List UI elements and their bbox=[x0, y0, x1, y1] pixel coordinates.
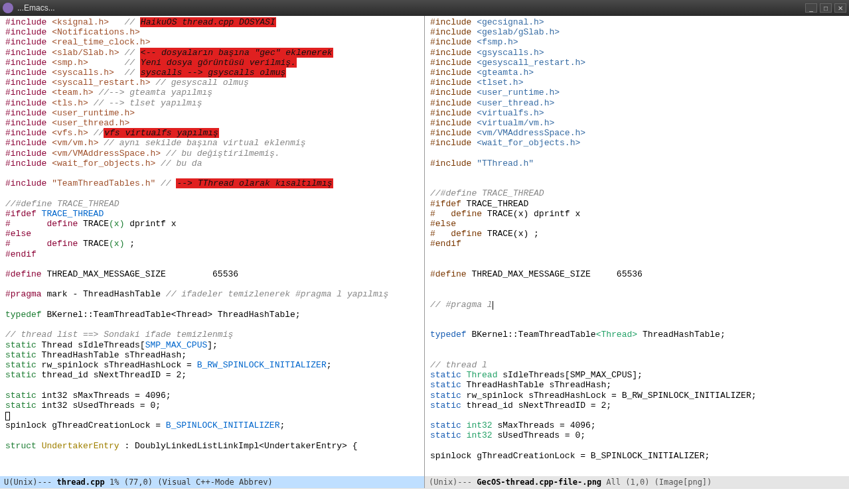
left-pane[interactable]: #include <ksignal.h> // HaikuOS thread.c… bbox=[0, 16, 425, 488]
minibuffer[interactable] bbox=[0, 488, 849, 500]
code-line: #include <wait_for_objects.h> // bu da bbox=[5, 158, 419, 168]
modeline-spacer bbox=[105, 477, 110, 487]
code-line: #include <Notifications.h> bbox=[5, 27, 419, 37]
code-line: #else bbox=[5, 229, 419, 239]
code-line: #endif bbox=[430, 239, 844, 249]
code-line: #include <vfs.h> //vfs virtualfs yapılmı… bbox=[5, 128, 419, 138]
code-line: static thread_id sNextThreadID = 2; bbox=[5, 370, 419, 380]
code-line bbox=[430, 279, 844, 289]
code-line bbox=[430, 410, 844, 420]
code-line: typedef BKernel::TeamThreadTable<Thread>… bbox=[430, 330, 844, 340]
code-line: // #pragma l bbox=[430, 300, 844, 310]
code-area-right[interactable]: #include <gecsignal.h>#include <geslab/g… bbox=[425, 16, 849, 488]
code-line: #else bbox=[430, 219, 844, 229]
code-line: #define THREAD_MAX_MESSAGE_SIZE 65536 bbox=[430, 269, 844, 279]
code-line: #include <tls.h> // --> tlset yapılmış bbox=[5, 98, 419, 108]
code-line bbox=[430, 168, 844, 178]
code-line: #include <vm/VMAddressSpace.h> // bu değ… bbox=[5, 149, 419, 158]
code-line bbox=[5, 300, 419, 310]
code-line bbox=[430, 149, 844, 158]
code-line: # define TRACE(x) ; bbox=[430, 229, 844, 239]
maximize-button[interactable]: □ bbox=[820, 3, 832, 13]
code-line: static int32 sUsedThreads = 0; bbox=[430, 430, 844, 440]
text-cursor bbox=[493, 301, 493, 310]
code-line bbox=[5, 430, 419, 440]
right-pane[interactable]: #include <gecsignal.h>#include <geslab/g… bbox=[425, 16, 849, 488]
code-line: #ifdef TRACE_THREAD bbox=[5, 209, 419, 219]
code-line: #endif bbox=[5, 249, 419, 259]
code-line: #include <gteamta.h> bbox=[430, 68, 844, 78]
window-title: ...Emacs... bbox=[17, 3, 805, 13]
modeline-prefix: (Unix)--- bbox=[429, 477, 477, 487]
code-line: #include <geslab/gSlab.h> bbox=[430, 27, 844, 37]
code-line: #include <gesyscall_restart.h> bbox=[430, 58, 844, 68]
code-line: #include <fsmp.h> bbox=[430, 37, 844, 47]
code-line: static rw_spinlock sThreadHashLock = B_R… bbox=[430, 391, 844, 401]
code-line bbox=[5, 320, 419, 330]
code-line: #include <syscalls.h> // syscalls --> gs… bbox=[5, 68, 419, 78]
code-line: #include "TThread.h" bbox=[430, 158, 844, 168]
workspace: #include <ksignal.h> // HaikuOS thread.c… bbox=[0, 16, 849, 488]
window-buttons: _ □ ✕ bbox=[805, 3, 846, 13]
code-line: static Thread sIdleThreads[SMP_MAX_CPUS]… bbox=[430, 370, 844, 380]
code-line bbox=[430, 320, 844, 330]
code-line: #include <team.h> //--> gteamta yapılmış bbox=[5, 88, 419, 97]
modeline-mode: (Image[png]) bbox=[655, 477, 712, 487]
code-line: #include <smp.h> // Yeni dosya görüntüsü… bbox=[5, 58, 419, 68]
code-line: # define TRACE(x) dprintf x bbox=[5, 219, 419, 229]
code-line: static int32 sMaxThreads = 4096; bbox=[430, 420, 844, 430]
code-line bbox=[430, 350, 844, 360]
code-line bbox=[5, 410, 419, 420]
code-line: #include <wait_for_objects.h> bbox=[430, 138, 844, 148]
code-line: static int32 sUsedThreads = 0; bbox=[5, 401, 419, 410]
code-line bbox=[430, 461, 844, 471]
code-line: // thread list ==> Sondaki ifade temizle… bbox=[5, 330, 419, 340]
modeline-buffer: thread.cpp bbox=[56, 477, 104, 487]
code-line: static thread_id sNextThreadID = 2; bbox=[430, 401, 844, 410]
modeline-pos: All bbox=[606, 477, 621, 487]
code-line: #include <tlset.h> bbox=[430, 78, 844, 88]
modeline-coords: (77,0) bbox=[124, 477, 153, 487]
modeline-mode: (Visual C++-Mode Abbrev) bbox=[157, 477, 272, 487]
code-line: #include <syscall_restart.h> // gesyscal… bbox=[5, 78, 419, 88]
code-line: #include <user_thread.h> bbox=[430, 98, 844, 108]
code-line: #pragma mark - ThreadHashTable // ifadel… bbox=[5, 289, 419, 299]
code-line: #include <virtualfs.h> bbox=[430, 108, 844, 118]
code-line bbox=[5, 168, 419, 178]
close-button[interactable]: ✕ bbox=[834, 3, 846, 13]
code-line bbox=[5, 259, 419, 269]
code-line: spinlock gThreadCreationLock = B_SPINLOC… bbox=[430, 451, 844, 461]
modeline-right[interactable]: (Unix)--- GecOS-thread.cpp-file-.png All… bbox=[425, 476, 849, 488]
code-line bbox=[430, 259, 844, 269]
code-line: static int32 sMaxThreads = 4096; bbox=[5, 391, 419, 401]
code-line: #include "TeamThreadTables.h" // --> TTh… bbox=[5, 178, 419, 188]
code-line bbox=[430, 178, 844, 188]
code-line: spinlock gThreadCreationLock = B_SPINLOC… bbox=[5, 420, 419, 430]
modeline-coords: (1,0) bbox=[625, 477, 649, 487]
code-line: #include <user_runtime.h> bbox=[5, 108, 419, 118]
code-line: struct UndertakerEntry : DoublyLinkedLis… bbox=[5, 441, 419, 451]
code-line: #include <user_thread.h> bbox=[5, 118, 419, 128]
code-line bbox=[430, 310, 844, 320]
block-cursor bbox=[5, 412, 10, 420]
code-line bbox=[430, 441, 844, 451]
minimize-button[interactable]: _ bbox=[805, 3, 817, 13]
code-line: typedef BKernel::TeamThreadTable<Thread>… bbox=[5, 310, 419, 320]
code-line: // thread l bbox=[430, 360, 844, 370]
code-line: #include <real_time_clock.h> bbox=[5, 37, 419, 47]
code-line: static Thread sIdleThreads[SMP_MAX_CPUS]… bbox=[5, 340, 419, 350]
modeline-pos: 1% bbox=[110, 477, 119, 487]
modeline-buffer: GecOS-thread.cpp-file-.png bbox=[477, 477, 601, 487]
code-line bbox=[5, 380, 419, 390]
modeline-left[interactable]: U(Unix)--- thread.cpp 1% (77,0) (Visual … bbox=[0, 476, 424, 488]
code-line: //#define TRACE_THREAD bbox=[430, 188, 844, 198]
code-line: #define THREAD_MAX_MESSAGE_SIZE 65536 bbox=[5, 269, 419, 279]
code-line: #include <gsyscalls.h> bbox=[430, 48, 844, 58]
code-line: # define TRACE(x) ; bbox=[5, 239, 419, 249]
code-line bbox=[430, 249, 844, 259]
code-area-left[interactable]: #include <ksignal.h> // HaikuOS thread.c… bbox=[0, 16, 424, 452]
titlebar: ...Emacs... _ □ ✕ bbox=[0, 0, 849, 16]
code-line: static ThreadHashTable sThreadHash; bbox=[430, 380, 844, 390]
code-line: static ThreadHashTable sThreadHash; bbox=[5, 350, 419, 360]
code-line: //#define TRACE_THREAD bbox=[5, 199, 419, 209]
